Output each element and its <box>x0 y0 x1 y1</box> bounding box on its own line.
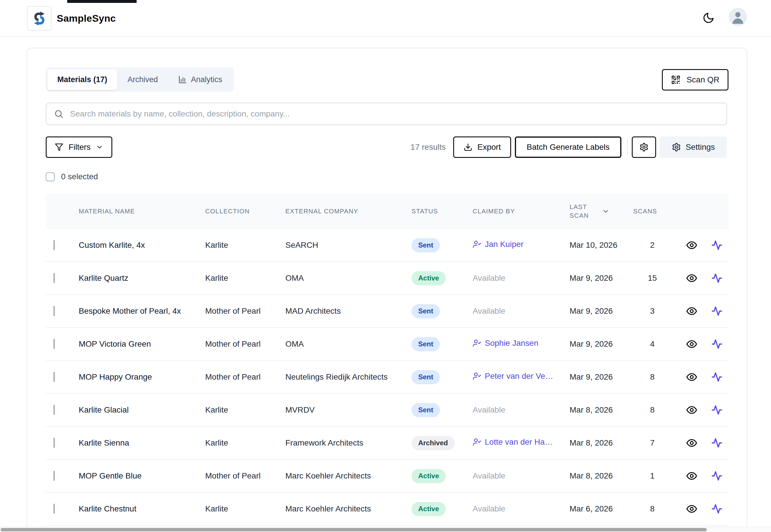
row-checkbox[interactable] <box>53 240 55 250</box>
selection-bar: 0 selected <box>46 172 98 181</box>
eye-icon <box>686 470 698 482</box>
external-company-name: MAD Architects <box>285 306 412 316</box>
row-checkbox[interactable] <box>53 339 55 349</box>
batch-generate-labels-button[interactable]: Batch Generate Labels <box>515 136 622 158</box>
activity-icon <box>711 470 722 481</box>
activity-log-button[interactable] <box>711 240 722 251</box>
activity-icon <box>711 404 722 415</box>
table-row[interactable]: Karlite Sienna Karlite Framework Archite… <box>46 427 729 460</box>
scan-count: 15 <box>633 274 678 283</box>
eye-icon <box>686 338 698 350</box>
activity-log-button[interactable] <box>711 273 722 284</box>
eye-icon <box>686 503 698 515</box>
status-badge: Sent <box>412 304 440 318</box>
eye-icon <box>686 371 698 383</box>
claimed-by-available: Available <box>473 405 505 414</box>
qr-code-icon <box>671 75 681 85</box>
row-checkbox[interactable] <box>53 471 55 481</box>
theme-toggle-button[interactable] <box>702 11 715 25</box>
table-row[interactable]: Bespoke Mother of Pearl, 4x Mother of Pe… <box>46 295 729 328</box>
view-material-button[interactable] <box>686 239 698 251</box>
funnel-icon <box>55 143 63 152</box>
view-material-button[interactable] <box>686 338 698 350</box>
toolbar-divider <box>627 139 628 155</box>
activity-log-button[interactable] <box>711 470 722 481</box>
sort-chevron-down-icon <box>602 208 610 215</box>
sync-arrows-logo-icon <box>31 10 48 27</box>
settings-button[interactable]: Settings <box>660 136 727 158</box>
table-row[interactable]: Karlite Quartz Karlite OMA Active Availa… <box>46 262 729 295</box>
scrollbar-thumb[interactable] <box>1 528 707 531</box>
claimed-by-link[interactable]: Jan Kuiper <box>473 240 523 249</box>
table-row[interactable]: Karlite Glacial Karlite MVRDV Sent Avail… <box>46 394 729 427</box>
scan-count: 8 <box>633 372 678 382</box>
tab-archived[interactable]: Archived <box>118 69 168 90</box>
view-material-button[interactable] <box>686 470 698 482</box>
last-scan-date: Mar 8, 2026 <box>569 438 633 448</box>
view-material-button[interactable] <box>686 272 698 284</box>
filters-button[interactable]: Filters <box>46 136 112 158</box>
search-icon <box>54 109 64 119</box>
row-checkbox[interactable] <box>53 438 55 448</box>
person-icon <box>729 8 747 26</box>
quick-settings-button[interactable] <box>632 136 656 158</box>
gear-icon <box>672 143 681 152</box>
select-all-checkbox[interactable] <box>46 172 55 181</box>
view-material-button[interactable] <box>686 437 698 449</box>
row-checkbox[interactable] <box>53 273 55 283</box>
activity-log-button[interactable] <box>711 503 722 514</box>
table-row[interactable]: Custom Karlite, 4x Karlite SeARCH Sent J… <box>46 229 729 262</box>
search-bar <box>46 103 727 125</box>
activity-log-button[interactable] <box>711 372 722 383</box>
material-name: Karlite Quartz <box>79 274 205 283</box>
column-header-status: STATUS <box>412 207 473 216</box>
tab-analytics[interactable]: Analytics <box>168 69 232 90</box>
column-header-material-name: MATERIAL NAME <box>79 207 205 216</box>
external-company-name: OMA <box>285 339 412 349</box>
collection-name: Karlite <box>205 405 285 415</box>
export-button[interactable]: Export <box>453 136 511 158</box>
row-checkbox[interactable] <box>53 372 55 382</box>
status-badge: Active <box>412 469 446 483</box>
horizontal-scrollbar[interactable] <box>0 527 771 532</box>
claimed-by-link[interactable]: Peter van der Ve… <box>473 372 553 381</box>
claimed-by-link[interactable]: Sophie Jansen <box>473 339 538 348</box>
activity-log-button[interactable] <box>711 339 722 350</box>
tab-bar: Materials (17) Archived Analytics <box>46 67 234 92</box>
view-material-button[interactable] <box>686 503 698 515</box>
activity-log-button[interactable] <box>711 306 722 317</box>
external-company-name: SeARCH <box>285 241 412 250</box>
row-checkbox[interactable] <box>53 504 55 514</box>
activity-log-button[interactable] <box>711 404 722 415</box>
table-row[interactable]: Karlite Chestnut Karlite Marc Koehler Ar… <box>46 493 729 526</box>
column-header-last-scan[interactable]: LAST SCAN <box>569 203 633 220</box>
user-check-icon <box>473 438 481 446</box>
gear-icon <box>639 143 649 152</box>
claimed-by-link[interactable]: Lotte van der Ha… <box>473 437 553 447</box>
tab-materials[interactable]: Materials (17) <box>47 69 117 90</box>
top-bar: SampleSync <box>0 0 771 37</box>
row-checkbox[interactable] <box>53 306 55 316</box>
table-row[interactable]: MOP Victoria Green Mother of Pearl OMA S… <box>46 328 729 361</box>
material-name: Custom Karlite, 4x <box>79 241 205 250</box>
table-row[interactable]: MOP Gentle Blue Mother of Pearl Marc Koe… <box>46 460 729 493</box>
status-badge: Sent <box>412 337 440 351</box>
material-name: MOP Happy Orange <box>79 372 205 382</box>
activity-log-button[interactable] <box>711 437 722 448</box>
table-row[interactable]: MOP Happy Orange Mother of Pearl Neuteli… <box>46 361 729 394</box>
view-material-button[interactable] <box>686 371 698 383</box>
external-company-name: OMA <box>285 274 412 283</box>
user-avatar[interactable] <box>729 8 747 26</box>
collection-name: Karlite <box>205 274 285 283</box>
tab-archived-label: Archived <box>128 75 158 84</box>
search-input[interactable] <box>70 109 719 119</box>
view-material-button[interactable] <box>686 404 698 416</box>
row-checkbox[interactable] <box>53 405 55 415</box>
claimed-by-available: Available <box>473 274 505 282</box>
scan-qr-button[interactable]: Scan QR <box>662 69 728 90</box>
batch-generate-labels-label: Batch Generate Labels <box>527 143 610 152</box>
activity-icon <box>711 372 722 383</box>
activity-icon <box>711 339 722 350</box>
view-material-button[interactable] <box>686 305 698 317</box>
collection-name: Mother of Pearl <box>205 471 285 481</box>
